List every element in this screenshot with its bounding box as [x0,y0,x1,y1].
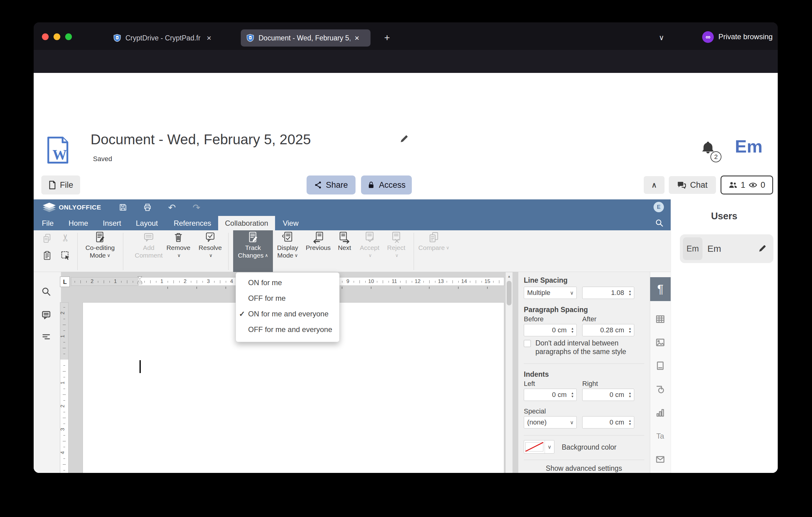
undo-icon[interactable]: ↶ [166,201,178,214]
vertical-ruler[interactable]: 1212345 [60,302,68,473]
rename-pencil-icon[interactable] [400,134,409,143]
search-icon[interactable] [654,218,665,228]
left-tool-sidebar [34,272,61,473]
previous-change-button[interactable]: Previous [302,231,334,271]
user-avatar: Em [683,237,702,260]
private-browsing-icon: ∞ [702,31,714,43]
cut-icon[interactable]: ✂ [60,232,71,243]
spacing-before-spinner[interactable]: 0 cm▴▾ [524,324,577,336]
advanced-settings-link[interactable]: Show advanced settings [518,464,650,472]
find-icon[interactable] [41,287,51,297]
redo-icon[interactable]: ↷ [190,201,203,214]
text-art-settings-tab[interactable]: Ta [655,431,665,441]
track-changes-icon [246,231,259,244]
mail-merge-tab[interactable] [655,455,665,464]
tab-insert[interactable]: Insert [103,216,121,230]
header-footer-settings-tab[interactable] [655,361,665,371]
close-tab-icon[interactable]: × [206,33,211,43]
word-document-icon: W [46,136,70,166]
line-spacing-select[interactable]: Multiple∨ [524,287,577,299]
indent-left-label: Left [524,380,535,388]
save-icon[interactable] [117,201,129,214]
indent-left-spinner[interactable]: 0 cm▴▾ [524,389,577,401]
coediting-doc-pencil-icon [94,231,107,244]
compare-button[interactable]: Compare∨ [417,231,451,271]
copy-icon[interactable] [41,233,53,244]
ruler-margin-shade [60,303,68,360]
navigation-headings-icon[interactable] [41,332,51,343]
tab-title: CryptDrive - CryptPad.fr [125,34,200,42]
resolve-comment-button[interactable]: Resolve∨ [194,231,226,271]
chart-settings-tab[interactable] [655,408,665,418]
color-swatch [524,440,545,453]
table-settings-tab[interactable] [655,314,665,324]
vertical-scrollbar[interactable]: ▲ ▼ ▼▼ [505,272,513,473]
menu-item-on-for-everyone[interactable]: ✓ON for me and everyone [236,306,339,322]
shape-settings-tab[interactable] [655,385,665,394]
reject-change-button[interactable]: Reject∨ [382,231,410,271]
menu-item-off-for-me[interactable]: OFF for me [236,291,339,306]
account-menu[interactable]: Em [735,136,762,157]
browser-tab-bar: CryptDrive - CryptPad.fr × Document - We… [34,22,778,50]
paste-icon[interactable] [41,250,53,261]
paragraph-settings-tab[interactable]: ¶ [650,277,671,301]
background-color-picker[interactable]: ∨ [524,440,554,454]
close-tab-icon[interactable]: × [355,33,359,43]
scrollbar-thumb[interactable] [507,281,512,305]
chat-button[interactable]: Chat [669,176,716,194]
list-tabs-chevron-icon[interactable]: ∨ [655,31,668,44]
track-changes-button[interactable]: TrackChanges∧ [233,230,273,272]
menu-item-off-for-everyone[interactable]: OFF for me and everyone [236,322,339,337]
tab-cryptdrive[interactable]: CryptDrive - CryptPad.fr × [108,29,230,47]
scroll-up-arrow[interactable]: ▲ [506,273,512,280]
access-button[interactable]: Access [361,175,412,194]
file-button-label: File [60,181,74,190]
office-header: ONLYOFFICE ↶ ↷ E [34,199,671,230]
file-menu-button[interactable]: File [41,175,80,194]
accept-change-button[interactable]: Accept∨ [356,231,383,271]
interval-checkbox[interactable] [524,340,531,347]
comments-panel-icon[interactable] [41,310,51,320]
collaborator-badge[interactable]: E [654,202,664,212]
tab-home[interactable]: Home [68,216,88,230]
indent-marker[interactable] [137,276,143,286]
tab-file[interactable]: File [42,216,54,230]
tab-document-active[interactable]: Document - Wed, February 5, 2 × [241,29,371,47]
spacing-after-spinner[interactable]: 0.28 cm▴▾ [582,324,634,336]
tab-layout[interactable]: Layout [136,216,158,230]
image-settings-tab[interactable] [655,337,665,347]
tab-view[interactable]: View [283,216,299,230]
text-caret [140,360,141,373]
trash-icon [172,231,185,244]
indent-right-label: Right [582,380,598,388]
select-all-icon[interactable] [60,250,71,261]
remove-comment-button[interactable]: Remove∨ [162,231,195,271]
svg-text:W: W [52,147,67,163]
special-select[interactable]: (none)∨ [524,416,577,429]
presence-indicator[interactable]: 1 0 [721,175,773,194]
coediting-mode-button[interactable]: Co-editingMode∨ [80,231,120,271]
indent-right-spinner[interactable]: 0 cm▴▾ [582,389,634,401]
share-button[interactable]: Share [307,175,355,194]
interval-checkbox-label[interactable]: Don't add interval betweenparagraphs of … [535,339,626,356]
tab-selector-box[interactable]: L [60,277,70,287]
onlyoffice-brand: ONLYOFFICE [59,204,101,211]
special-amount-spinner[interactable]: 0 cm▴▾ [582,416,634,429]
line-spacing-amount-spinner[interactable]: 1.08▴▾ [582,287,634,299]
next-change-button[interactable]: Next [332,231,357,271]
maximize-window-button[interactable] [65,33,72,40]
document-title[interactable]: Document - Wed, February 5, 2025 [91,131,311,147]
minimize-window-button[interactable] [54,33,60,40]
chat-button-label: Chat [690,181,707,190]
user-list-item[interactable]: Em Em [680,234,774,263]
tab-references[interactable]: References [174,216,211,230]
new-tab-button[interactable]: + [381,31,393,44]
close-window-button[interactable] [42,33,49,40]
display-mode-button[interactable]: DisplayMode∨ [271,231,304,271]
print-icon[interactable] [141,201,153,214]
collapse-toolbar-button[interactable]: ∧ [644,176,665,194]
tab-collaboration[interactable]: Collaboration [225,216,268,230]
menu-item-on-for-me[interactable]: ON for me [236,275,339,290]
edit-name-pencil-icon[interactable] [758,244,767,253]
color-dropdown-caret[interactable]: ∨ [545,440,554,453]
